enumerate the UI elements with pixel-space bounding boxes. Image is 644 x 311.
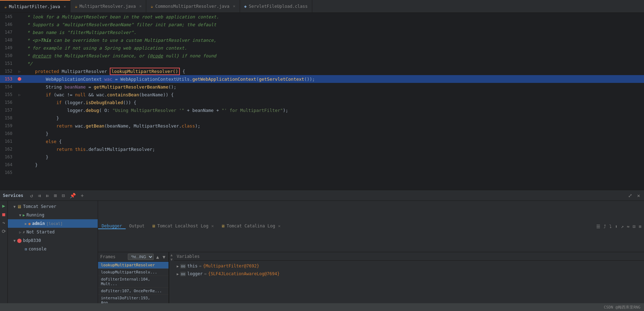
frames-panel: Frames *ht...ING ▲ ▼ lookupMultipartReso… [98,252,169,303]
code-editor[interactable]: 145 * look for a MultipartResolver bean … [0,13,644,190]
gutter-arrow: ▷ [18,69,21,73]
code-line-158: 158 } [0,114,644,122]
close-tab-btn[interactable]: ✕ [233,4,235,9]
settings-btn[interactable]: ≡ [638,224,643,230]
frame-item[interactable]: doFilterInternal:104, Mult... [98,276,169,288]
close-tab-btn[interactable]: ✕ [139,4,142,9]
expand-window-btn[interactable]: ⤢ [627,192,633,199]
code-line-156: 156 if (logger.isDebugEnabled()) { [0,98,644,106]
code-line-153: 153 WebApplicationContext wac = WebAppli… [0,75,644,83]
tree-item-tomcat[interactable]: ▼ 🖥 Tomcat Server [8,202,98,211]
local-badge: [local] [46,221,63,226]
var-type-badge: oo [180,264,186,268]
tab-output[interactable]: Output [126,224,148,229]
expand-var-btn[interactable]: ▶ [177,272,179,276]
tree-item-admin[interactable]: ▶ ◉ admin [local] [8,219,98,228]
layout-btn[interactable]: ⊡ [632,224,637,230]
code-line-157: 157 logger.debug( O: "Using MultipartRes… [0,106,644,114]
frames-scroll: ▲ ▼ [169,252,174,303]
code-line-155: 155 ▷ if (wac != null && wac.containsBea… [0,91,644,98]
step-over-btn[interactable]: ↷ [1,219,6,226]
tree-label-console: console [29,247,47,251]
code-line-152: 152 ▷ protected MultipartResolver lookup… [0,67,644,75]
app-icon: ◉ [28,221,31,226]
variables-label: Variables [177,254,200,259]
down-frame-btn[interactable]: ▼ [161,254,166,260]
run-to-cursor-btn[interactable]: ↗ [620,224,625,230]
var-name-logger: logger [187,271,203,276]
status-right: CSDN @梅西库里RNG [604,305,640,310]
close-panel-btn[interactable]: ✕ [636,192,641,199]
step-out-btn[interactable]: ⬆ [614,224,619,230]
collapse-all-btn[interactable]: ⇇ [45,192,50,199]
up-frame-btn[interactable]: ▲ [155,254,160,260]
code-line-159: 159 return wac.getBean(beanName, Multipa… [0,122,644,130]
frame-dropdown[interactable]: *ht...ING [128,254,154,260]
tree-item-running[interactable]: ▼ ▶ Running [8,211,98,219]
scroll-up[interactable]: ▲ [170,253,172,257]
expand-all-btn[interactable]: ⇉ [37,192,42,199]
var-value-logger: {SLF4JLocationAwareLog@7694} [208,271,280,276]
debugger-area: Debugger Output 🖥 Tomcat Localhost Log ✕… [98,201,644,303]
group-btn[interactable]: ⊞ [53,192,58,199]
tab-servlet-upload[interactable]: ◆ ServletFileUpload.class [240,0,312,12]
refresh-btn[interactable]: ↺ [29,192,34,199]
breakpoint-indicator [18,77,21,81]
filter-btn[interactable]: ⊟ [61,192,66,199]
code-line-160: 160 } [0,130,644,137]
tree-item-not-started[interactable]: ▷ ✗ Not Started [8,228,98,236]
code-line-161: 161 else { [0,137,644,145]
var-item-logger: ▶ oo logger = {SLF4JLocationAwareLog@769… [177,270,641,278]
pin-btn[interactable]: 📌 [69,192,77,199]
code-line-145: 145 * look for a MultipartResolver bean … [0,13,644,21]
debugger-body: Frames *ht...ING ▲ ▼ lookupMultipartReso… [98,252,644,303]
tab-label: MultipartResolver.java [80,4,136,9]
tab-multipart-resolver[interactable]: ☕ MultipartResolver.java ✕ [70,0,146,12]
frames-label: Frames [100,254,115,259]
tab-commons-resolver[interactable]: ☕ CommonsMultipartResolver.java ✕ [146,0,240,12]
tab-multipart-filter[interactable]: ☕ MultipartFilter.java ✕ [0,0,70,12]
stop-icon: ⬤ [17,238,22,243]
scroll-down[interactable]: ▼ [170,258,172,261]
evaluate-btn[interactable]: ≈ [626,224,631,230]
tree-label-running: Running [27,213,45,217]
add-btn[interactable]: + [80,192,85,199]
code-line-162: 162 return this.defaultMultipartResolver… [0,145,644,153]
frame-item[interactable]: lookupMultipartResolv... [98,269,169,276]
tree-label-bdp: bdp0330 [23,238,41,243]
variables-content: ▶ oo this = {MultipartFilter@7692} ▶ oo … [174,261,644,303]
close-log-tab-btn[interactable]: ✕ [211,224,214,228]
code-line-165: 165 [0,169,644,176]
tab-debugger[interactable]: Debugger [98,224,126,229]
tab-tomcat-catalina-log[interactable]: 🖥 Tomcat Catalina Log ✕ [217,221,284,231]
step-over-code-btn[interactable]: ⤴ [603,224,607,230]
catalina-icon: 🖥 [221,224,225,228]
services-header: Services ↺ ⇉ ⇇ ⊞ ⊟ 📌 + ⤢ ✕ [0,190,644,201]
tree-item-console[interactable]: ⊞ console [8,245,98,253]
services-body: ▶ ■ ↷ ⟳ ▼ 🖥 Tomcat Server ▼ ▶ Running ▶ … [0,201,644,303]
variables-header: Variables [174,252,644,261]
code-line-150: 150 * @return the MultipartResolver inst… [0,52,644,60]
tab-tomcat-localhost-log[interactable]: 🖥 Tomcat Localhost Log ✕ [148,221,217,231]
expand-arrow: ▷ [19,230,21,234]
var-name-this: this [187,264,198,268]
close-catalina-tab-btn[interactable]: ✕ [278,224,280,228]
frame-item[interactable]: doFilter:107, OncePerRe... [98,288,169,295]
frame-item[interactable]: internalDoFilter:193, App... [98,295,169,303]
code-lines: 145 * look for a MultipartResolver bean … [0,13,644,190]
debugger-right-tools: ☰ ⤴ ⤵ ⬆ ↗ ≈ ⊡ ≡ [595,224,644,230]
class-icon: ◆ [244,4,247,9]
code-line-164: 164 } [0,161,644,169]
frame-item[interactable]: lookupMultipartResolver [98,262,169,269]
stop-btn[interactable]: ■ [1,211,6,218]
expand-var-btn[interactable]: ▶ [177,264,179,268]
close-tab-btn[interactable]: ✕ [64,4,66,9]
step-into-btn[interactable]: ⤵ [608,224,613,230]
debug-resume-btn[interactable]: ▶ [1,202,6,209]
tree-label-tomcat: Tomcat Server [23,204,56,209]
editor-area: 145 * look for a MultipartResolver bean … [0,13,644,190]
frames-btn[interactable]: ☰ [595,224,602,230]
tree-item-bdp[interactable]: ▼ ⬤ bdp0330 [8,236,98,245]
service-side-toolbar: ▶ ■ ↷ ⟳ [0,201,8,303]
sync-btn[interactable]: ⟳ [1,228,7,235]
